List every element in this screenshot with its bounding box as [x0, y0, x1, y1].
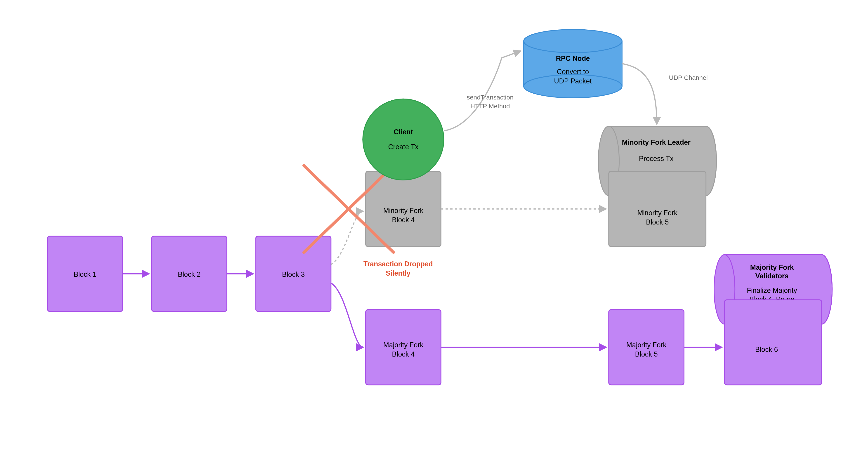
client-sub: Create Tx	[388, 143, 418, 151]
warning-line-1: Transaction Dropped	[364, 260, 433, 268]
majority-block-4-label-2: Block 4	[392, 350, 415, 358]
rpc-node: RPC Node Convert to UDP Packet	[524, 30, 622, 98]
edge-rpc-leader	[622, 64, 657, 125]
edge-client-rpc	[444, 51, 521, 131]
majority-block-5: Majority Fork Block 5	[609, 310, 684, 385]
majority-block-4: Majority Fork Block 4	[366, 310, 441, 385]
block-3-label: Block 3	[282, 270, 305, 278]
leader-sub: Process Tx	[639, 155, 674, 162]
majority-block-5-label-1: Majority Fork	[626, 341, 666, 349]
leader-title: Minority Fork Leader	[622, 139, 690, 146]
validators-title-1: Majority Fork	[750, 264, 794, 271]
rpc-sub-1: Convert to	[557, 68, 589, 76]
minority-block-5: Minority Fork Block 5	[609, 172, 706, 247]
rpc-sub-2: UDP Packet	[554, 77, 592, 85]
block-1: Block 1	[48, 236, 123, 311]
minority-block-5-label-1: Minority Fork	[637, 209, 677, 217]
edge-b3-majority4	[331, 283, 363, 347]
edge-client-rpc-label-1: sendTransaction	[467, 94, 514, 101]
minority-block-5-label-2: Block 5	[646, 218, 669, 226]
majority-block-4-label-1: Majority Fork	[383, 341, 424, 349]
minority-block-4-label-2: Block 4	[392, 216, 415, 224]
block-3: Block 3	[256, 236, 331, 311]
edge-client-rpc-label-2: HTTP Method	[470, 103, 510, 110]
edge-rpc-leader-label: UDP Channel	[669, 74, 708, 81]
block-2: Block 2	[152, 236, 227, 311]
block-1-label: Block 1	[74, 270, 96, 278]
client-node: Client Create Tx	[363, 99, 444, 180]
block-6-label: Block 6	[755, 345, 778, 354]
client-title: Client	[394, 128, 413, 136]
block-2-label: Block 2	[178, 270, 201, 278]
validators-sub-1: Finalize Majority	[747, 286, 797, 295]
validators-title-2: Validators	[755, 272, 789, 280]
majority-block-5-label-2: Block 5	[635, 350, 658, 358]
svg-point-7	[363, 99, 444, 180]
warning-line-2: Silently	[386, 269, 410, 277]
minority-block-4-label-1: Minority Fork	[383, 207, 424, 215]
svg-rect-25	[724, 300, 822, 385]
block-6: Block 6	[724, 300, 822, 385]
rpc-title: RPC Node	[556, 55, 590, 62]
